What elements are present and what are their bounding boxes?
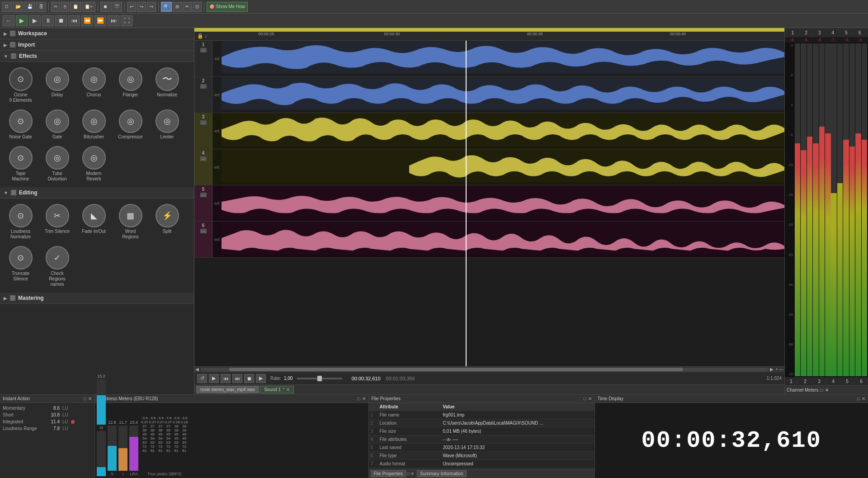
scrollbar-thumb[interactable] (229, 368, 683, 371)
scroll-contract[interactable]: — (779, 367, 783, 372)
back-button[interactable]: ← (3, 15, 14, 26)
stop-button[interactable]: ⏹ (55, 15, 67, 26)
new-button[interactable]: 🗋 (2, 2, 12, 12)
instant-action-icon1[interactable]: □ (84, 396, 86, 401)
channel-meters-icon1[interactable]: □ (821, 388, 823, 393)
play-alt-button[interactable]: ▶ (29, 15, 41, 26)
zoom-mode-button[interactable]: 🔍 (161, 2, 172, 12)
paste-button[interactable]: 📋 (70, 2, 81, 12)
record-button[interactable]: ⏺ (100, 2, 110, 12)
forward-button[interactable]: ⏩ (94, 15, 106, 26)
tool-split[interactable]: ⚡ Split (150, 202, 184, 241)
track-content-2[interactable]: -Inf. (212, 77, 784, 113)
track-mute-4[interactable]: — (200, 156, 207, 161)
track-mute-6[interactable]: — (200, 229, 207, 233)
track-content-5[interactable]: -Inf. (212, 185, 784, 221)
sound-tab[interactable]: Sound 1 * ✕ (260, 386, 294, 393)
effect-delay[interactable]: ◎ Delay (40, 66, 74, 105)
transport-play-button[interactable]: ▶ (209, 374, 219, 383)
track-content-1[interactable]: -Inf. (212, 41, 784, 76)
scroll-left-arrow[interactable]: ◀ (195, 367, 199, 372)
summary-info-tab[interactable]: Summary Information (417, 470, 467, 477)
effect-gate[interactable]: ◎ Gate (40, 108, 74, 142)
effect-chorus[interactable]: ◎ Chorus (77, 66, 111, 105)
effect-ozone[interactable]: ⊙ Ozone9 Elements (4, 66, 38, 105)
track-content-3[interactable]: -Inf. (212, 113, 784, 149)
horizontal-scrollbar[interactable]: ◀ ▶ + — (194, 366, 784, 372)
zoom-fit-button[interactable]: ⊞ (173, 2, 182, 12)
effect-normalize[interactable]: 〜 Normalize (150, 66, 184, 105)
editing-section-header[interactable]: ▼ ☑ Editing (0, 187, 194, 199)
show-me-how-button[interactable]: 🎯 Show Me How (207, 2, 248, 12)
track-mute-3[interactable]: — (200, 120, 207, 125)
tool-fade-inout[interactable]: ◣ Fade In/Out (77, 202, 111, 241)
trim-mode-button[interactable]: ⊡ (193, 2, 202, 12)
import-section-header[interactable]: ▶ ☐ Import (0, 39, 194, 51)
file-props-tab[interactable]: File Properties (371, 470, 406, 477)
scroll-expand[interactable]: + (775, 367, 778, 372)
scroll-right-arrow[interactable]: ▶ (770, 367, 774, 372)
timeline-ruler[interactable]: 00:00:25 00:00:30 00:00:35 00:00:40 (212, 32, 784, 40)
open-button[interactable]: 📂 (13, 2, 24, 12)
transport-play2-button[interactable]: ▶ (256, 374, 266, 383)
transport-rate-slider[interactable] (297, 378, 342, 379)
tool-trim-silence[interactable]: ✂ Trim Silence (40, 202, 74, 241)
track-content-4[interactable]: -Inf. (212, 149, 784, 185)
file-props-icon1[interactable]: □ (407, 471, 410, 476)
workspace-check[interactable]: ☐ (10, 31, 15, 36)
edit-mode-button[interactable]: ✏ (183, 2, 192, 12)
tool-check-regions[interactable]: ✓ Check Regionsnames (40, 244, 74, 289)
file-tab-main[interactable]: rosie stereo_wav_mp4.wav (196, 386, 259, 393)
effects-section-header[interactable]: ▼ ☐ Effects (0, 51, 194, 62)
fullscreen-button[interactable]: ⛶ (121, 15, 132, 26)
time-display-icon1[interactable]: □ (857, 396, 860, 401)
transport-prev-button[interactable]: ⏮ (221, 374, 231, 383)
effect-flanger[interactable]: ◎ Flanger (113, 66, 147, 105)
save-all-button[interactable]: 🗄 (36, 2, 46, 12)
paste-special-button[interactable]: 📋+ (82, 2, 95, 12)
file-properties-icon1[interactable]: □ (583, 396, 586, 401)
tool-truncate-silence[interactable]: ⊙ TruncateSilence (4, 244, 38, 289)
track-content-6[interactable]: -Inf. (212, 222, 784, 257)
effect-modern-reverb[interactable]: ◎ ModernReverb (77, 144, 111, 184)
prev-button[interactable]: ⏮ (68, 15, 80, 26)
tool-word-regions[interactable]: ▦ WordRegions (113, 202, 147, 241)
import-check[interactable]: ☐ (10, 42, 15, 47)
time-display-close[interactable]: ✕ (862, 396, 865, 401)
editing-check[interactable]: ☑ (11, 190, 16, 195)
save-button[interactable]: 💾 (24, 2, 35, 12)
tool-loudness-normalize[interactable]: ⊙ LoudnessNormalize (4, 202, 38, 241)
effect-compressor[interactable]: ◎ Compressor (113, 108, 147, 142)
play-button[interactable]: ▶ (16, 15, 28, 26)
scrollbar-track[interactable] (201, 368, 768, 371)
loudness-meters-icon1[interactable]: □ (357, 396, 360, 401)
pause-button[interactable]: ⏸ (42, 15, 54, 26)
effects-check[interactable]: ☐ (11, 53, 16, 59)
rewind-button[interactable]: ⏪ (81, 15, 93, 26)
track-mute-1[interactable]: — (200, 48, 207, 52)
effect-tape-machine[interactable]: ⊙ TapeMachine (4, 144, 38, 184)
workspace-section-header[interactable]: ▶ ☐ Workspace (0, 28, 194, 39)
transport-stop-button[interactable]: ⏹ (244, 374, 254, 383)
transport-next-button[interactable]: ⏭ (232, 374, 242, 383)
file-properties-close[interactable]: ✕ (588, 396, 592, 401)
loudness-meters-close[interactable]: ✕ (362, 396, 366, 401)
file-props-close2[interactable]: ✕ (410, 471, 414, 476)
track-mute-5[interactable]: — (200, 193, 207, 197)
mastering-section-header[interactable]: ▶ ☑ Mastering (0, 293, 194, 304)
redo2-button[interactable]: ↪ (147, 2, 156, 12)
tracks-scroll-area[interactable]: 1 — -Inf. (194, 41, 784, 366)
grab-video-button[interactable]: 🎬 (111, 2, 122, 12)
transport-rate-handle[interactable] (317, 376, 322, 381)
undo-button[interactable]: ↩ (127, 2, 136, 12)
mastering-check[interactable]: ☑ (10, 295, 15, 301)
effect-noise-gate[interactable]: ⊙ Noise Gate (4, 108, 38, 142)
next-button[interactable]: ⏭ (108, 15, 119, 26)
loop-button[interactable]: ↺ (197, 374, 207, 383)
sound-tab-close[interactable]: ✕ (286, 387, 290, 392)
cut-button[interactable]: ✂ (51, 2, 60, 12)
track-mute-2[interactable]: — (200, 84, 207, 89)
copy-button[interactable]: ⎘ (61, 2, 69, 12)
redo-button[interactable]: ↪ (137, 2, 146, 12)
effect-bitcrusher[interactable]: ◎ Bitcrusher (77, 108, 111, 142)
